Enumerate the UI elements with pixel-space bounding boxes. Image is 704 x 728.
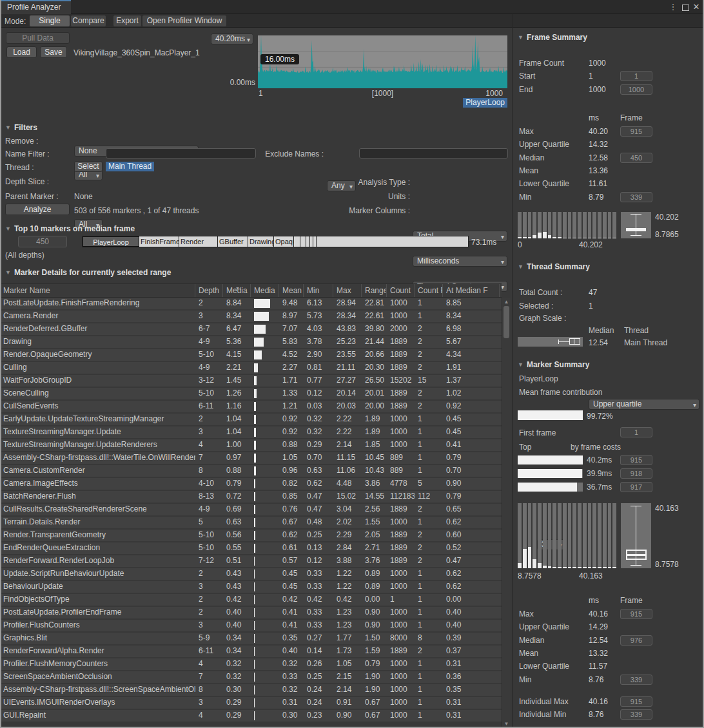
mode-button-single[interactable]: Single	[30, 15, 70, 26]
table-row[interactable]: EarlyUpdate.UpdateTextureStreamingManage…	[0, 414, 502, 426]
table-row[interactable]: Camera.ImageEffects4-100.790.820.624.483…	[0, 478, 502, 491]
scrollbar-thumb[interactable]	[504, 306, 509, 338]
table-row[interactable]: Render.OpaqueGeometry5-104.154.522.9023.…	[0, 349, 502, 362]
table-row[interactable]: Profiler.FlushCounters30.400.410.331.230…	[0, 620, 502, 633]
top10-segment[interactable]: GBuffer	[218, 236, 248, 247]
table-row[interactable]: TextureStreamingManager.UpdateRenderers4…	[0, 439, 502, 452]
graph-scale-dropdown[interactable]: 40.20ms	[211, 34, 253, 44]
name-filter-input[interactable]	[106, 148, 256, 158]
top10-segment[interactable]: Drawing	[248, 236, 274, 247]
frame-summary-header[interactable]: Frame Summary	[518, 33, 587, 42]
tab-profile-analyzer[interactable]: Profile Analyzer	[1, 0, 71, 14]
column-header-0[interactable]: Marker Name	[0, 284, 195, 297]
cell: 21.44	[362, 336, 387, 348]
frame-button[interactable]: 339	[620, 709, 652, 720]
maximize-icon[interactable]	[682, 5, 689, 11]
frame-button[interactable]: 915	[620, 126, 652, 137]
mode-button-export[interactable]: Export	[113, 15, 141, 26]
table-row[interactable]: ScreenSpaceAmbientOcclusion70.320.330.25…	[0, 671, 502, 684]
table-row[interactable]: Culling4-92.212.270.8121.1120.30188921.9…	[0, 362, 502, 375]
table-row[interactable]: RenderForward.RenderLoopJob7-120.510.570…	[0, 555, 502, 568]
close-icon[interactable]: ✕	[691, 2, 701, 12]
table-row[interactable]: UIEvents.IMGUIRenderOverlays30.290.310.2…	[0, 697, 502, 710]
table-row[interactable]: BatchRenderer.Flush8-130.720.850.4715.02…	[0, 491, 502, 504]
top10-segment[interactable]: Opaqu	[274, 236, 294, 247]
thread-select-button[interactable]: Select	[74, 161, 103, 172]
frame-button[interactable]: 450	[620, 153, 652, 163]
table-row[interactable]: Assembly-CSharp-firstpass.dll!::ScreenSp…	[0, 684, 502, 697]
frame-button[interactable]: 915	[620, 609, 652, 619]
analyze-button[interactable]: Analyze	[5, 204, 70, 215]
frame-button[interactable]: 976	[620, 635, 652, 646]
table-row[interactable]: WaitForJobGroupID3-121.451.710.7727.2726…	[0, 375, 502, 388]
exclude-names-input[interactable]	[359, 148, 508, 158]
top10-frame-button[interactable]: 450	[18, 236, 67, 247]
first-frame-button[interactable]: 1	[620, 427, 652, 437]
mode-button-compare[interactable]: Compare	[71, 15, 106, 26]
column-header-10[interactable]: At Median F	[443, 284, 500, 297]
units-dropdown[interactable]: Milliseconds	[413, 256, 507, 267]
frame-time-graph[interactable]: 16.00ms	[258, 35, 507, 88]
table-row[interactable]: Assembly-CSharp-firstpass.dll!::WaterTil…	[0, 452, 502, 465]
table-row[interactable]: EndRenderQueueExtraction5-100.550.610.13…	[0, 542, 502, 555]
top10-segment[interactable]	[300, 236, 306, 247]
column-header-9[interactable]: Count Fra	[415, 284, 443, 297]
hist-fill	[552, 567, 556, 568]
column-header-7[interactable]: Range	[362, 284, 387, 297]
table-row[interactable]: SceneCulling5-101.261.330.1220.1420.0118…	[0, 388, 502, 401]
column-header-3[interactable]: Media	[251, 284, 279, 297]
column-header-1[interactable]: Depth	[195, 284, 223, 297]
top10-segment[interactable]: FinishFrameR	[139, 236, 179, 247]
column-header-2[interactable]: Media	[223, 284, 251, 297]
top10-header[interactable]: Top 10 markers on median frame	[5, 224, 135, 233]
column-header-4[interactable]: Mean	[279, 284, 304, 297]
thread-summary-header[interactable]: Thread Summary	[518, 262, 590, 271]
frame-button[interactable]: 917	[620, 482, 652, 492]
menu-icon[interactable]: ⋮	[668, 2, 678, 12]
cell: 0.12	[304, 388, 333, 399]
frame-button[interactable]: 339	[620, 192, 652, 202]
table-row[interactable]: Render.TransparentGeometry5-100.560.620.…	[0, 530, 502, 542]
table-row[interactable]: GUI.Repaint40.290.300.230.900.67100010.3…	[0, 710, 502, 723]
save-button[interactable]: Save	[40, 46, 67, 58]
frame-button[interactable]: 915	[620, 455, 652, 465]
load-button[interactable]: Load	[6, 46, 37, 58]
table-row[interactable]: Drawing4-95.365.833.7825.2321.44188925.6…	[0, 336, 502, 349]
column-header-5[interactable]: Min	[304, 284, 333, 297]
table-row[interactable]: Graphics.Blit5-90.340.350.271.771.508000…	[0, 633, 502, 646]
frame-button[interactable]: 1000	[620, 84, 652, 95]
table-row[interactable]: FindObjectsOfType20.420.420.420.420.0011…	[0, 594, 502, 607]
frame-button[interactable]: 918	[620, 468, 652, 479]
table-row[interactable]: Update.ScriptRunBehaviourUpdate20.430.45…	[0, 568, 502, 581]
top10-segment[interactable]: PlayerLoop	[83, 236, 139, 247]
top10-segment[interactable]	[294, 236, 300, 247]
table-row[interactable]: PostLateUpdate.FinishFrameRendering28.84…	[0, 298, 502, 311]
filters-header[interactable]: Filters	[5, 123, 37, 132]
scroll-up-icon[interactable]: ▲	[502, 299, 511, 305]
top10-segment[interactable]: Render	[179, 236, 218, 247]
table-row[interactable]: Terrain.Details.Render50.630.670.482.021…	[0, 517, 502, 530]
table-row[interactable]: RenderForwardAlpha.Render6-110.340.400.1…	[0, 646, 502, 658]
table-row[interactable]: TextureStreamingManager.Update31.040.920…	[0, 426, 502, 439]
table-row[interactable]: CullSendEvents6-111.161.210.0320.0320.00…	[0, 401, 502, 414]
thread-graph-scale-dropdown[interactable]: Upper quartile	[589, 399, 699, 410]
table-scrollbar[interactable]: ▲ ▼	[502, 298, 511, 728]
pull-data-button[interactable]: Pull Data	[6, 32, 70, 44]
marker-summary-header[interactable]: Marker Summary	[518, 360, 589, 369]
table-row[interactable]: Profiler.FlushMemoryCounters40.320.320.2…	[0, 658, 502, 671]
table-row[interactable]: Camera.CustomRender80.880.960.6311.0610.…	[0, 465, 502, 478]
column-header-6[interactable]: Max	[333, 284, 362, 297]
table-row[interactable]: CullResults.CreateSharedRendererScene4-9…	[0, 504, 502, 517]
column-header-8[interactable]: Count	[387, 284, 415, 297]
table-row[interactable]: PostLateUpdate.ProfilerEndFrame20.400.41…	[0, 607, 502, 620]
frame-button[interactable]: 339	[620, 675, 652, 685]
scroll-down-icon[interactable]: ▼	[502, 721, 511, 727]
marker-details-header[interactable]: Marker Details for currently selected ra…	[5, 268, 171, 277]
frame-button[interactable]: 915	[620, 696, 652, 707]
table-row[interactable]: Camera.Render38.348.975.7328.3422.611000…	[0, 311, 502, 323]
cell: 0.33	[304, 581, 333, 593]
table-row[interactable]: BehaviourUpdate30.430.450.331.220.891000…	[0, 581, 502, 594]
frame-button[interactable]: 1	[620, 71, 652, 81]
table-row[interactable]: RenderDeferred.GBuffer6-76.477.074.0343.…	[0, 323, 502, 336]
mode-button-open-profiler-window[interactable]: Open Profiler Window	[142, 15, 226, 26]
